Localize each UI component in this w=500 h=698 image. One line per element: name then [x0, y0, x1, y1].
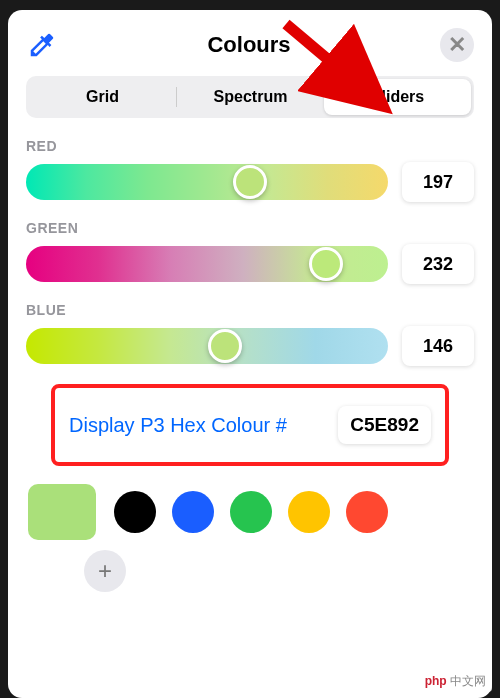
- red-label: RED: [26, 138, 474, 154]
- green-slider-group: GREEN 232: [26, 220, 474, 284]
- swatch-green[interactable]: [230, 491, 272, 533]
- watermark-brand: php: [425, 674, 447, 688]
- green-slider-track[interactable]: [26, 246, 388, 282]
- blue-slider-track[interactable]: [26, 328, 388, 364]
- watermark: php 中文网: [419, 671, 492, 692]
- blue-slider-thumb[interactable]: [208, 329, 242, 363]
- red-value-input[interactable]: 197: [402, 162, 474, 202]
- blue-slider-group: BLUE 146: [26, 302, 474, 366]
- panel-header: Colours ✕: [26, 28, 474, 62]
- green-value-input[interactable]: 232: [402, 244, 474, 284]
- swatch-red[interactable]: [346, 491, 388, 533]
- swatch-black[interactable]: [114, 491, 156, 533]
- colour-picker-panel: Colours ✕ Grid Spectrum Sliders RED 197 …: [8, 10, 492, 698]
- green-slider-thumb[interactable]: [309, 247, 343, 281]
- tab-sliders[interactable]: Sliders: [324, 79, 471, 115]
- hex-label-button[interactable]: Display P3 Hex Colour #: [69, 414, 287, 437]
- current-colour-preview: [28, 484, 96, 540]
- blue-label: BLUE: [26, 302, 474, 318]
- red-slider-thumb[interactable]: [233, 165, 267, 199]
- swatch-row: [26, 480, 474, 544]
- plus-icon: +: [98, 557, 112, 585]
- close-icon: ✕: [448, 32, 466, 58]
- red-slider-track[interactable]: [26, 164, 388, 200]
- eyedropper-icon: [27, 30, 57, 60]
- swatch-blue[interactable]: [172, 491, 214, 533]
- close-button[interactable]: ✕: [440, 28, 474, 62]
- hex-value-input[interactable]: C5E892: [338, 406, 431, 444]
- tab-spectrum[interactable]: Spectrum: [177, 79, 324, 115]
- green-label: GREEN: [26, 220, 474, 236]
- blue-value-input[interactable]: 146: [402, 326, 474, 366]
- preset-swatches: [114, 491, 388, 533]
- tab-grid[interactable]: Grid: [29, 79, 176, 115]
- hex-colour-row: Display P3 Hex Colour # C5E892: [51, 384, 449, 466]
- panel-title: Colours: [207, 32, 290, 58]
- swatch-yellow[interactable]: [288, 491, 330, 533]
- add-swatch-button[interactable]: +: [84, 550, 126, 592]
- watermark-text: 中文网: [447, 674, 486, 688]
- red-slider-group: RED 197: [26, 138, 474, 202]
- mode-tabs: Grid Spectrum Sliders: [26, 76, 474, 118]
- eyedropper-button[interactable]: [26, 29, 58, 61]
